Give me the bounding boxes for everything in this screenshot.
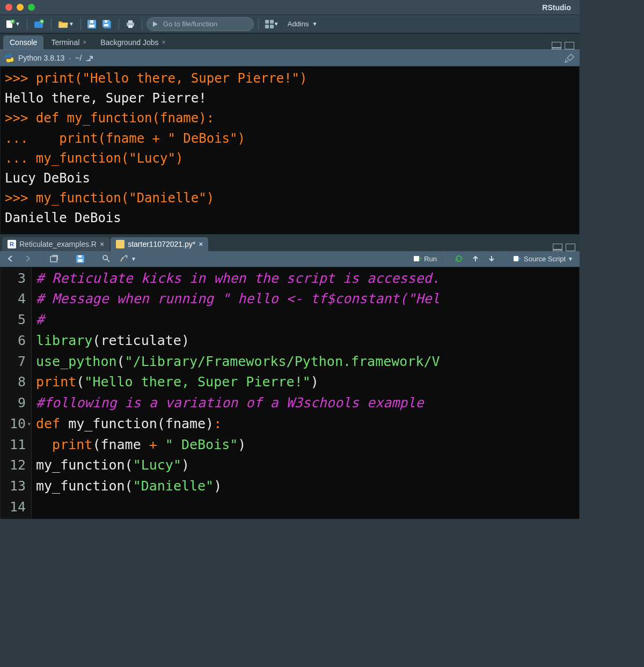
go-up-button[interactable]	[470, 254, 481, 263]
close-window-button[interactable]	[5, 4, 12, 11]
divider	[80, 18, 81, 30]
svg-rect-15	[50, 256, 57, 262]
chevron-down-icon: ▼	[568, 256, 573, 262]
new-file-button[interactable]: ▼	[3, 18, 23, 31]
grid-icon	[265, 20, 274, 28]
window-controls	[5, 4, 35, 11]
console-path: ~/	[75, 54, 82, 62]
file-icon: R	[8, 240, 16, 248]
close-icon[interactable]: ×	[199, 240, 203, 248]
play-icon	[151, 20, 159, 28]
svg-rect-6	[90, 20, 93, 23]
chevron-down-icon: ▼	[274, 21, 279, 27]
divider	[119, 18, 119, 30]
run-label: Run	[424, 255, 437, 263]
divider	[27, 18, 27, 30]
svg-point-21	[122, 258, 123, 259]
addins-menu[interactable]: Addins ▼	[283, 20, 322, 28]
editor-body[interactable]: 345678910▾11121314 # Reticulate kicks in…	[0, 267, 580, 519]
app-title: RStudio	[542, 3, 574, 12]
svg-rect-10	[105, 20, 107, 23]
svg-rect-5	[89, 25, 94, 27]
popout-icon[interactable]	[86, 55, 93, 61]
editor-file-tabs: RReticulate_examples.R×starter11072021.p…	[0, 234, 580, 251]
svg-point-19	[103, 255, 107, 260]
save-file-button[interactable]	[74, 254, 86, 264]
save-button[interactable]	[85, 18, 98, 31]
chevron-down-icon: ▼	[15, 21, 20, 27]
python-icon	[4, 53, 14, 63]
svg-rect-23	[514, 256, 518, 261]
console-engine-label: Python 3.8.13	[18, 54, 64, 62]
divider	[142, 18, 142, 30]
svg-point-20	[121, 260, 122, 261]
zoom-window-button[interactable]	[28, 4, 35, 11]
console-tab-background-jobs[interactable]: Background Jobs×	[94, 35, 172, 49]
code-tools-button[interactable]: ▼	[117, 253, 138, 264]
svg-rect-14	[117, 241, 123, 247]
line-number-gutter: 345678910▾11121314	[1, 267, 32, 519]
close-icon[interactable]: ×	[162, 39, 165, 46]
maximize-pane-button[interactable]	[566, 244, 575, 251]
panes-button[interactable]: ▼	[263, 18, 281, 31]
open-file-button[interactable]: ▼	[56, 18, 76, 31]
minimize-window-button[interactable]	[17, 4, 24, 11]
source-label: Source Script	[524, 255, 566, 263]
console-pane-tabs: ConsoleTerminal×Background Jobs×	[0, 33, 580, 49]
file-tab[interactable]: RReticulate_examples.R×	[2, 237, 109, 251]
svg-rect-17	[78, 259, 83, 262]
rerun-button[interactable]	[452, 253, 465, 264]
divider	[258, 18, 259, 30]
console-tab-terminal[interactable]: Terminal×	[45, 35, 93, 49]
divider	[51, 18, 52, 30]
run-button[interactable]: Run	[411, 254, 439, 264]
go-down-button[interactable]	[486, 254, 497, 263]
show-in-new-window-button[interactable]	[48, 254, 61, 263]
nav-back-button[interactable]	[4, 254, 17, 263]
pane-window-buttons	[553, 244, 577, 251]
close-icon[interactable]: ×	[83, 39, 86, 46]
main-toolbar: ▼ ▼ Go to file/function ▼ Addins ▼	[0, 15, 580, 33]
broom-icon[interactable]	[565, 53, 575, 63]
console-output[interactable]: >>> print("Hello there, Super Pierre!") …	[0, 67, 580, 234]
chevron-down-icon: ▼	[69, 21, 74, 27]
maximize-pane-button[interactable]	[565, 42, 574, 49]
console-tab-console[interactable]: Console	[3, 35, 43, 49]
file-tab[interactable]: starter11072021.py*×	[111, 237, 208, 251]
close-icon[interactable]: ×	[100, 240, 104, 248]
code-area[interactable]: # Reticulate kicks in when the script is…	[32, 267, 444, 519]
save-all-button[interactable]	[100, 18, 114, 31]
svg-rect-18	[78, 255, 82, 258]
new-project-button[interactable]	[32, 18, 47, 31]
goto-file-placeholder: Go to file/function	[163, 20, 217, 28]
goto-file-input[interactable]: Go to file/function	[147, 17, 254, 31]
source-button[interactable]: Source Script ▼	[511, 254, 575, 264]
find-button[interactable]	[100, 253, 113, 264]
pane-window-buttons	[552, 42, 576, 49]
minimize-pane-button[interactable]	[552, 42, 561, 49]
titlebar: RStudio	[0, 0, 580, 15]
print-button[interactable]	[123, 18, 137, 31]
nav-forward-button[interactable]	[21, 254, 34, 263]
svg-rect-22	[414, 256, 419, 261]
chevron-down-icon: ▼	[312, 21, 317, 27]
svg-rect-12	[128, 20, 133, 23]
editor-toolbar: ▼ Run Source Script ▼	[0, 251, 580, 267]
console-header: Python 3.8.13 · ~/	[0, 49, 580, 67]
console-sep: ·	[69, 54, 71, 62]
svg-rect-9	[104, 24, 108, 26]
minimize-pane-button[interactable]	[553, 244, 562, 251]
file-icon	[116, 240, 125, 248]
svg-rect-13	[128, 25, 133, 28]
addins-label: Addins	[288, 20, 309, 28]
